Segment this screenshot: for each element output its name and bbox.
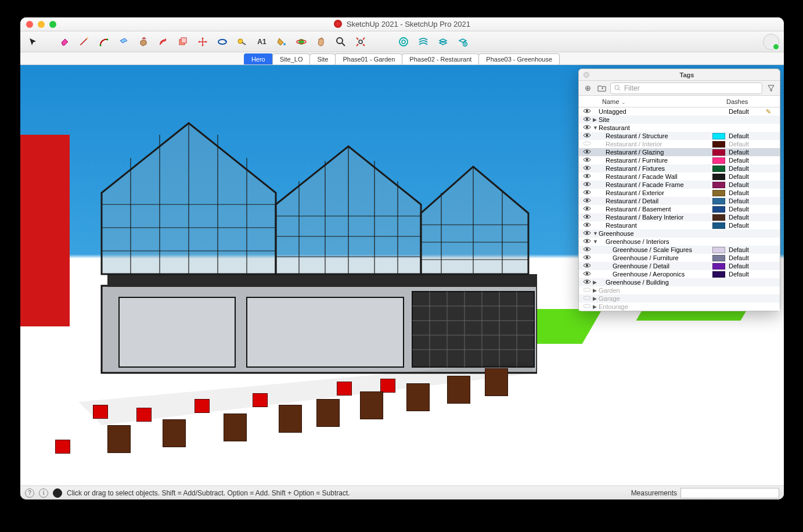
visibility-toggle[interactable]: [581, 181, 593, 188]
expand-toggle[interactable]: ▶: [593, 117, 599, 123]
expand-toggle[interactable]: ▶: [593, 279, 599, 285]
visibility-toggle[interactable]: [581, 124, 593, 131]
geo-icon[interactable]: [53, 488, 62, 498]
visibility-toggle[interactable]: [581, 197, 593, 204]
visibility-toggle[interactable]: [581, 271, 593, 278]
profile-button[interactable]: [763, 34, 779, 50]
tag-dashes[interactable]: Default: [725, 206, 766, 213]
visibility-toggle[interactable]: [581, 279, 593, 286]
tag-color-swatch[interactable]: [712, 133, 725, 139]
visibility-toggle[interactable]: [581, 238, 593, 245]
tag-color-swatch[interactable]: [712, 206, 725, 213]
scene-tab[interactable]: Site: [309, 53, 336, 64]
tag-row[interactable]: Restaurant / FurnitureDefault: [579, 156, 780, 164]
edit-tag-button[interactable]: ✎: [766, 108, 777, 116]
measurements-input[interactable]: [680, 488, 779, 498]
help-icon[interactable]: ?: [25, 488, 34, 498]
tag-row[interactable]: ▶Greenhouse / Building: [579, 278, 780, 286]
tag-color-swatch[interactable]: [712, 222, 725, 229]
expand-toggle[interactable]: ▶: [593, 287, 599, 293]
tag-row[interactable]: Restaurant / ExteriorDefault: [579, 189, 780, 197]
select-tool[interactable]: [25, 34, 41, 50]
extension-2-button[interactable]: [415, 34, 431, 50]
outer-shell-tool[interactable]: [175, 34, 191, 50]
scene-tab[interactable]: Hero: [244, 53, 273, 64]
visibility-toggle[interactable]: [581, 189, 593, 196]
tag-color-swatch[interactable]: [712, 149, 725, 156]
tag-color-swatch[interactable]: [712, 214, 725, 221]
tag-row[interactable]: UntaggedDefault✎: [579, 107, 780, 116]
tag-row[interactable]: Greenhouse / AeroponicsDefault: [579, 270, 780, 278]
tag-dashes[interactable]: Default: [725, 149, 766, 156]
tag-dashes[interactable]: Default: [725, 222, 766, 229]
maximize-button[interactable]: [49, 21, 56, 28]
tag-row[interactable]: ▼Greenhouse / Interiors: [579, 238, 780, 246]
visibility-toggle[interactable]: [581, 108, 593, 115]
visibility-toggle[interactable]: [581, 230, 593, 237]
visibility-toggle[interactable]: [581, 295, 593, 302]
scene-tab[interactable]: Phase03 - Greenhouse: [478, 53, 560, 64]
info-icon[interactable]: i: [39, 488, 48, 498]
tags-panel-titlebar[interactable]: Tags: [579, 69, 780, 81]
visibility-toggle[interactable]: [581, 132, 593, 139]
panel-close-icon[interactable]: [584, 72, 589, 78]
tag-row[interactable]: Restaurant / DetailDefault: [579, 197, 780, 205]
tag-color-swatch[interactable]: [712, 247, 725, 253]
offset-tool[interactable]: [155, 34, 171, 50]
tag-dashes[interactable]: Default: [725, 132, 766, 139]
visibility-toggle[interactable]: [581, 214, 593, 221]
expand-toggle[interactable]: ▼: [593, 239, 599, 245]
tag-color-swatch[interactable]: [712, 157, 725, 164]
extension-4-button[interactable]: [455, 34, 471, 50]
eraser-tool[interactable]: [56, 34, 73, 50]
tag-row[interactable]: Greenhouse / Scale FiguresDefault: [579, 246, 780, 254]
tag-dashes[interactable]: Default: [725, 189, 766, 196]
pan-tool[interactable]: [313, 34, 329, 50]
paint-bucket-tool[interactable]: [273, 34, 290, 50]
visibility-toggle[interactable]: [581, 165, 593, 172]
extension-1-button[interactable]: [395, 34, 412, 50]
tag-dashes[interactable]: Default: [725, 173, 766, 180]
visibility-toggle[interactable]: [581, 303, 593, 310]
visibility-toggle[interactable]: [581, 116, 593, 123]
tag-dashes[interactable]: Default: [725, 165, 766, 172]
tag-color-swatch[interactable]: [712, 198, 725, 204]
visibility-toggle[interactable]: [581, 173, 593, 180]
tag-dashes[interactable]: Default: [725, 181, 766, 188]
zoom-extents-tool[interactable]: [352, 34, 369, 50]
column-dashes[interactable]: Dashes: [726, 98, 767, 105]
visibility-toggle[interactable]: [581, 141, 593, 148]
tag-dashes[interactable]: Default: [725, 141, 766, 148]
tag-row[interactable]: Restaurant / StructureDefault: [579, 132, 780, 140]
tag-row[interactable]: Greenhouse / DetailDefault: [579, 262, 780, 270]
tag-dashes[interactable]: Default: [725, 214, 766, 221]
tag-color-swatch[interactable]: [712, 271, 725, 278]
visibility-toggle[interactable]: [581, 263, 593, 269]
expand-toggle[interactable]: ▶: [593, 304, 599, 310]
tag-dashes[interactable]: Default: [725, 157, 766, 164]
tag-row[interactable]: Restaurant / BasementDefault: [579, 205, 780, 213]
model-viewport[interactable]: Tags ⊕ Filter Name⌄ Dashes UntaggedDefau…: [20, 65, 784, 486]
tag-row[interactable]: Restaurant / InteriorDefault: [579, 140, 780, 148]
tag-color-swatch[interactable]: [712, 255, 725, 261]
expand-toggle[interactable]: ▶: [593, 296, 599, 301]
tag-row[interactable]: ▶Entourage: [579, 303, 780, 311]
close-button[interactable]: [26, 21, 33, 28]
tag-dashes[interactable]: Default: [725, 254, 766, 261]
tag-dashes[interactable]: Default: [725, 246, 766, 253]
tag-row[interactable]: Restaurant / GlazingDefault: [579, 148, 780, 156]
visibility-toggle[interactable]: [581, 222, 593, 229]
move-tool[interactable]: [195, 34, 211, 50]
tag-color-swatch[interactable]: [712, 141, 725, 148]
tag-color-swatch[interactable]: [712, 174, 725, 180]
visibility-toggle[interactable]: [581, 254, 593, 261]
tag-dashes[interactable]: Default: [725, 271, 766, 278]
tag-row[interactable]: RestaurantDefault: [579, 221, 780, 229]
filter-input[interactable]: Filter: [610, 82, 762, 94]
tags-menu-button[interactable]: [766, 83, 776, 94]
tag-row[interactable]: Restaurant / FixturesDefault: [579, 164, 780, 172]
expand-toggle[interactable]: ▼: [593, 125, 599, 131]
tag-color-swatch[interactable]: [712, 190, 725, 196]
arc-tool[interactable]: [96, 34, 112, 50]
tag-row[interactable]: ▶Garage: [579, 294, 780, 303]
